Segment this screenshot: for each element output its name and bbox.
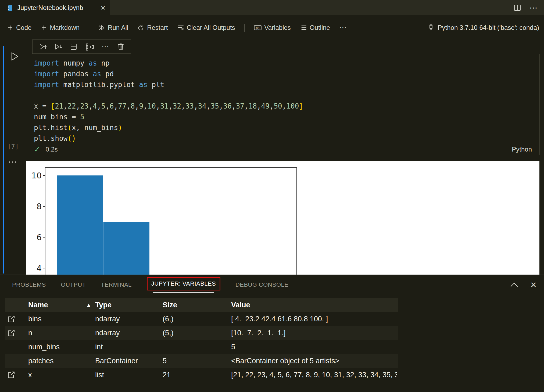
tab-terminal[interactable]: TERMINAL (101, 281, 131, 288)
cell-type: list (95, 368, 104, 382)
svg-text:(x): (x) (256, 26, 259, 29)
code-token: pandas (59, 70, 93, 78)
success-check-icon: ✓ (34, 145, 40, 154)
split-cell-icon[interactable] (70, 43, 78, 51)
code-token: np (97, 59, 110, 67)
cell-language-picker[interactable]: Python (512, 146, 532, 153)
code-token: , (194, 102, 198, 110)
panel-actions: × (510, 280, 536, 289)
tab-jupyternotebook[interactable]: JupyterNotebook.ipynb × (0, 0, 110, 15)
cell-value: [ 4. 23.2 42.4 61.6 80.8 100. ] (231, 312, 397, 326)
run-below-icon[interactable] (54, 43, 62, 51)
code-line[interactable]: plt.show() (34, 133, 539, 144)
code-token: 22 (67, 102, 76, 110)
open-in-data-viewer-icon[interactable] (7, 315, 16, 323)
code-token: 37 (236, 102, 244, 110)
run-all-button[interactable]: Run All (98, 24, 128, 31)
kernel-label: Python 3.7.10 64-bit ('base': conda) (438, 24, 539, 31)
tab-debug-console[interactable]: DEBUG CONSOLE (235, 281, 288, 288)
code-line[interactable]: x = [21,22,23,4,5,6,77,8,9,10,31,32,33,3… (34, 101, 539, 112)
editor-tab-strip: JupyterNotebook.ipynb × ⋯ (0, 0, 544, 15)
delete-cell-icon[interactable] (117, 43, 124, 51)
code-token: , (143, 102, 148, 110)
outline-label: Outline (310, 24, 330, 31)
code-token: , (169, 102, 173, 110)
open-in-data-viewer-icon[interactable] (7, 329, 16, 337)
toolbar-divider (244, 24, 245, 32)
split-editor-icon[interactable] (513, 4, 521, 12)
code-token: 6 (110, 102, 114, 110)
code-token: 31 (160, 102, 169, 110)
cell-type: ndarray (95, 312, 120, 326)
header-size[interactable]: Size (163, 298, 177, 312)
code-token: , (76, 102, 80, 110)
variable-row-bins[interactable]: binsndarray(6,)[ 4. 23.2 42.4 61.6 80.8 … (5, 312, 398, 326)
open-in-data-viewer-icon[interactable] (7, 371, 16, 379)
code-token: , (244, 102, 249, 110)
variables-button[interactable]: (x) Variables (254, 24, 291, 31)
variable-row-num_bins[interactable]: num_binsint5 (5, 340, 398, 354)
cell-name: patches (28, 354, 54, 368)
code-token: import (34, 59, 59, 67)
run-above-icon[interactable] (39, 43, 47, 51)
toolbar-more-icon[interactable]: ⋯ (339, 23, 347, 32)
restart-icon (137, 24, 144, 31)
restart-label: Restart (147, 24, 168, 31)
cell-focus-indicator (3, 46, 4, 274)
y-tick-mark (43, 268, 45, 268)
add-code-label: Code (16, 24, 31, 31)
cell-value: 5 (231, 340, 397, 354)
code-editor[interactable]: import numpy as npimport pandas as pdimp… (25, 54, 539, 144)
panel-close-icon[interactable]: × (531, 280, 536, 289)
variable-row-x[interactable]: xlist21[21, 22, 23, 4, 5, 6, 77, 8, 9, 1… (5, 368, 398, 382)
plus-icon (41, 24, 47, 31)
header-value[interactable]: Value (231, 298, 397, 312)
cell-name: bins (28, 312, 42, 326)
code-token: 21 (55, 102, 63, 110)
code-token: ( (67, 134, 72, 142)
code-line[interactable]: import matplotlib.pyplot as plt (34, 79, 539, 90)
code-token: num_bins = (34, 113, 80, 121)
variable-row-patches[interactable]: patchesBarContainer5<BarContainer object… (5, 354, 398, 368)
restart-button[interactable]: Restart (137, 24, 168, 31)
outline-button[interactable]: Outline (300, 24, 330, 31)
add-markdown-cell-button[interactable]: Markdown (41, 24, 80, 31)
tab-jupyter-variables[interactable]: JUPYTER: VARIABLES (147, 277, 220, 293)
code-line[interactable]: import numpy as np (34, 58, 539, 69)
execution-count: [7] (8, 143, 19, 150)
cell-more-actions-icon[interactable]: ⋯ (102, 42, 110, 51)
variables-icon: (x) (254, 24, 262, 31)
tab-problems[interactable]: PROBLEMS (12, 281, 46, 288)
tab-output[interactable]: OUTPUT (61, 281, 86, 288)
code-token: 4 (93, 102, 97, 110)
cell-size: (5,) (163, 326, 174, 340)
code-line[interactable]: import pandas as pd (34, 69, 539, 79)
code-token: ) (72, 134, 76, 142)
header-type[interactable]: Type (95, 298, 112, 312)
run-cell-button[interactable] (9, 51, 20, 62)
add-markdown-label: Markdown (50, 24, 80, 31)
header-name[interactable]: Name (28, 298, 48, 312)
code-token: , (232, 102, 236, 110)
variables-table-header: Name ▲ Type Size Value (5, 298, 398, 312)
code-token: 35 (211, 102, 219, 110)
code-line[interactable]: plt.hist(x, num_bins) (34, 122, 539, 133)
more-actions-icon[interactable]: ⋯ (529, 3, 538, 12)
kernel-picker[interactable]: Python 3.7.10 64-bit ('base': conda) (427, 24, 544, 31)
plus-icon (7, 24, 13, 31)
cell-status-bar: ✓ 0.2s Python (25, 144, 539, 155)
clear-all-outputs-button[interactable]: Clear All Outputs (177, 24, 235, 31)
tab-close-icon[interactable]: × (101, 4, 105, 12)
code-token: 5 (80, 113, 84, 121)
code-token: , (282, 102, 287, 110)
variable-row-n[interactable]: nndarray(5,)[10. 7. 2. 1. 1.] (5, 326, 398, 340)
code-token: ( (67, 124, 72, 132)
chevron-up-icon[interactable] (510, 282, 519, 288)
cell-size: (6,) (163, 312, 174, 326)
add-code-cell-button[interactable]: Code (7, 24, 31, 31)
code-token: as (89, 59, 97, 67)
join-cells-icon[interactable] (85, 43, 94, 51)
code-line[interactable]: num_bins = 5 (34, 112, 539, 122)
code-line[interactable] (34, 90, 539, 101)
output-more-icon[interactable]: ⋯ (8, 156, 17, 167)
